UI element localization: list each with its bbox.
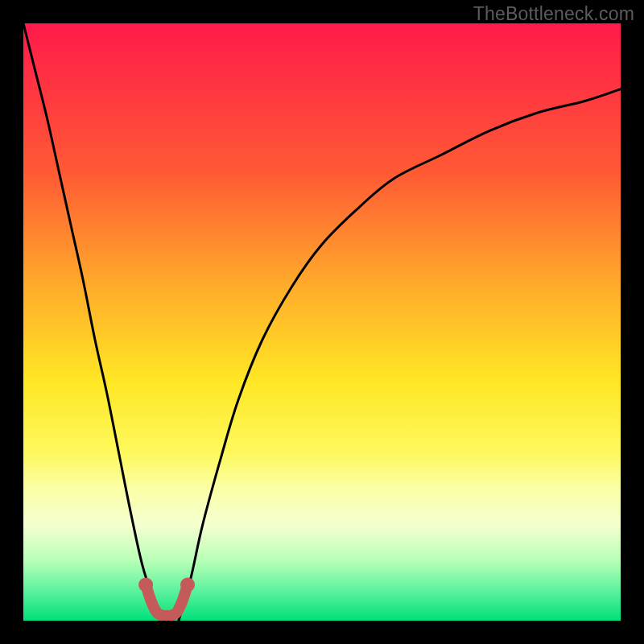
gradient-background xyxy=(23,23,621,621)
watermark-text: TheBottleneck.com xyxy=(473,3,634,25)
marker-dot xyxy=(138,577,153,592)
chart-frame: TheBottleneck.com xyxy=(0,0,644,644)
marker-dot xyxy=(180,577,195,592)
chart-svg xyxy=(23,23,621,621)
plot-area xyxy=(23,23,621,621)
